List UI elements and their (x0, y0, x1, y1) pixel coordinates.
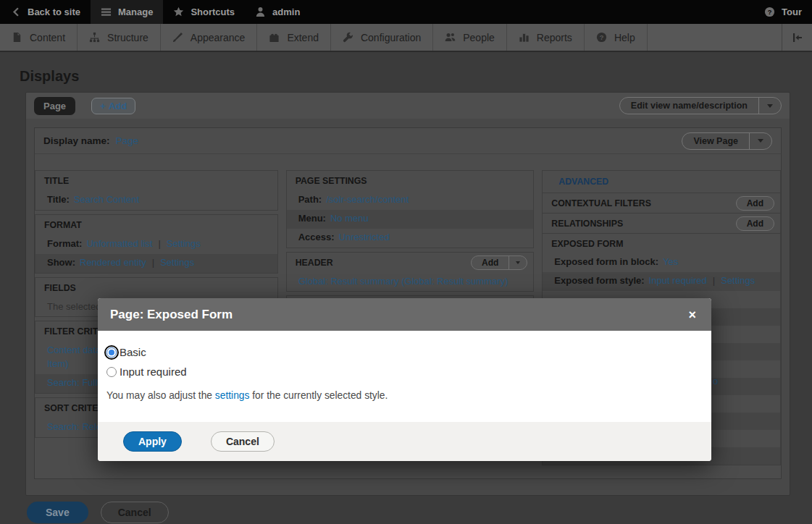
setting-link[interactable]: Global: Result summary (Global: Result s… (298, 276, 508, 287)
document-icon (12, 32, 22, 43)
chevron-down-icon[interactable] (749, 133, 771, 149)
hamburger-icon (101, 7, 112, 17)
separator: | (713, 275, 715, 286)
add-display-button[interactable]: + Add (91, 98, 135, 114)
toolbar-item-label: Extend (287, 32, 319, 43)
admin-menu-tray: ContentStructureAppearanceExtendConfigur… (0, 24, 812, 52)
toolbar-item-shortcuts[interactable]: Shortcuts (163, 0, 245, 24)
chevron-down-icon[interactable] (508, 256, 527, 269)
dialog-buttonpane: Apply Cancel (98, 422, 711, 461)
tour-button[interactable]: ? Tour (754, 0, 812, 24)
person-icon (255, 7, 266, 17)
clipped-link[interactable]: o (713, 376, 718, 386)
section-header-contextual-filters: CONTEXTUAL FILTERSAdd (543, 193, 780, 213)
radio-option-input-required[interactable]: Input required (106, 365, 700, 378)
section-box: FORMATFormat:Unformatted list|SettingsSh… (35, 214, 278, 274)
setting-link[interactable]: /solr-search/content (326, 194, 409, 205)
radio-icon[interactable] (106, 367, 117, 377)
add-button[interactable]: Add (471, 255, 527, 270)
toolbar-item-label: Manage (118, 7, 153, 17)
tab-page-display[interactable]: Page (34, 97, 75, 115)
form-actions: Save Cancel (27, 502, 812, 523)
setting-link[interactable]: Unrestricted (339, 232, 390, 242)
toolbar-item-appearance[interactable]: Appearance (161, 24, 258, 51)
toolbar-item-configuration[interactable]: Configuration (331, 24, 433, 51)
setting-link[interactable]: Search Content (74, 194, 139, 205)
toolbar-item-help[interactable]: ?Help (585, 24, 648, 51)
radio-icon[interactable] (106, 347, 117, 358)
toolbar-item-extend[interactable]: Extend (257, 24, 331, 51)
dialog-body: Basic Input required You may also adjust… (98, 331, 711, 401)
toolbar-item-content[interactable]: Content (0, 24, 78, 51)
setting-row: Show:Rendered entity|Settings (35, 254, 277, 273)
radio-option-basic[interactable]: Basic (106, 346, 700, 358)
setting-label: Show: (47, 257, 75, 268)
toolbar-item-label: Shortcuts (191, 7, 235, 17)
setting-link[interactable]: Settings (721, 275, 755, 286)
section-header-page-settings: PAGE SETTINGS (287, 171, 534, 191)
toolbar-item-structure[interactable]: Structure (78, 24, 161, 51)
toolbar-item-label: Structure (107, 32, 148, 43)
setting-row: Access:Unrestricted (287, 229, 534, 248)
toolbar-item-admin-user[interactable]: admin (245, 0, 310, 24)
paintbrush-icon (172, 32, 183, 43)
apply-button[interactable]: Apply (123, 431, 182, 452)
sitemap-icon (89, 32, 100, 43)
setting-label: Access: (298, 232, 335, 242)
section-header-relationships: RELATIONSHIPSAdd (543, 213, 780, 233)
setting-link[interactable]: Unformatted list (86, 238, 152, 249)
setting-label: Format: (47, 238, 82, 249)
collapse-left-icon (792, 32, 803, 43)
question-circle-icon: ? (764, 7, 775, 17)
dialog-cancel-button[interactable]: Cancel (211, 431, 275, 452)
setting-row: Menu:No menu (287, 210, 534, 229)
cancel-button[interactable]: Cancel (101, 502, 169, 523)
separator: | (158, 238, 160, 249)
section-box: TITLETitle:Search Content (35, 170, 278, 211)
setting-label: Exposed form in block: (554, 256, 658, 267)
toolbar-item-label: admin (272, 7, 300, 17)
toolbar-item-label: Configuration (361, 32, 421, 43)
add-button[interactable]: Add (736, 216, 774, 231)
toolbar-item-back-to-site[interactable]: Back to site (0, 0, 91, 24)
section-header-format: FORMAT (35, 215, 277, 235)
edit-view-name-button[interactable]: Edit view name/description (619, 97, 782, 114)
setting-link[interactable]: Input required (649, 275, 707, 286)
save-button[interactable]: Save (27, 502, 88, 523)
dialog-title: Page: Exposed Form (110, 308, 233, 322)
people-icon (445, 32, 456, 43)
setting-row: Exposed form style:Input required|Settin… (543, 272, 780, 291)
setting-label: Title: (47, 194, 70, 205)
column-second: PAGE SETTINGSPath:/solr-search/contentMe… (286, 170, 535, 317)
section-header-exposed-form: EXPOSED FORM (543, 233, 780, 253)
close-icon[interactable]: × (685, 307, 699, 323)
view-page-button[interactable]: View Page (682, 132, 772, 150)
settings-link[interactable]: settings (215, 390, 250, 401)
add-button[interactable]: Add (736, 196, 774, 211)
display-name-row: Display name: Page View Page (35, 128, 781, 154)
setting-link[interactable]: Rendered entity (80, 257, 146, 268)
display-name-link[interactable]: Page (116, 135, 139, 146)
toolbar-item-manage[interactable]: Manage (91, 0, 163, 24)
svg-text:?: ? (768, 9, 772, 16)
setting-link[interactable]: Settings (167, 238, 201, 249)
dialog-titlebar[interactable]: Page: Exposed Form × (98, 298, 711, 331)
section-header-title: TITLE (35, 171, 277, 191)
chevron-down-icon[interactable] (758, 98, 781, 114)
setting-link[interactable]: Yes (663, 256, 678, 267)
toolbar-item-reports[interactable]: Reports (507, 24, 585, 51)
section-box: PAGE SETTINGSPath:/solr-search/contentMe… (286, 170, 535, 248)
display-tabs-strip: Page + Add Edit view name/description (26, 93, 790, 119)
setting-link[interactable]: Settings (160, 257, 194, 268)
question-circle-icon: ? (596, 32, 607, 43)
toolbar-item-label: Appearance (191, 32, 246, 43)
toolbar-orientation-toggle[interactable] (782, 24, 812, 51)
toolbar-item-people[interactable]: People (433, 24, 507, 51)
chevron-left-icon (10, 7, 21, 17)
toolbar-item-label: People (463, 32, 495, 43)
setting-row: Path:/solr-search/content (287, 191, 534, 210)
section-header-advanced[interactable]: ADVANCED (543, 171, 780, 193)
plus-icon: + (100, 101, 106, 111)
setting-link[interactable]: No menu (330, 213, 369, 224)
tour-label: Tour (782, 7, 802, 17)
